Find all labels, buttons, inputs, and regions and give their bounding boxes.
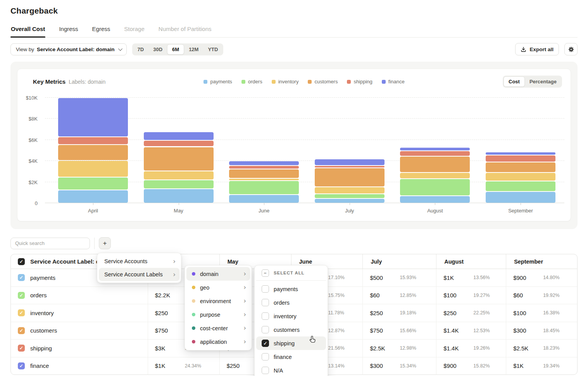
menu-item-purpose[interactable]: purpose› (186, 308, 250, 321)
bar-segment-orders[interactable] (229, 181, 299, 195)
tab-ingress[interactable]: Ingress (59, 23, 78, 37)
range-30d[interactable]: 30D (148, 44, 167, 55)
bar-segment-shipping[interactable] (400, 151, 470, 156)
menu-item-service-accounts[interactable]: Service Accounts› (99, 255, 179, 268)
menu-checkbox-customers[interactable] (262, 326, 269, 333)
row-checkbox-shipping[interactable]: ✓ (18, 345, 25, 352)
menu-item-orders[interactable]: orders (256, 296, 326, 309)
cell-percent: 19.18% (400, 310, 416, 316)
bar-segment-customers[interactable] (58, 145, 128, 160)
export-all-button[interactable]: Export all (515, 43, 559, 55)
cell-cost: $1K (513, 362, 541, 369)
select-all-menu-item[interactable]: –SELECT ALL (256, 267, 326, 279)
bar-segment-finance[interactable] (229, 161, 299, 165)
menu-checkbox-orders[interactable] (262, 299, 269, 306)
bar-segment-finance[interactable] (486, 152, 555, 155)
bar-segment-inventory[interactable] (58, 161, 128, 177)
menu-item-n-a[interactable]: N/A (256, 364, 326, 376)
tab-overall-cost[interactable]: Overall Cost (10, 23, 45, 37)
bar-segment-orders[interactable] (315, 194, 385, 198)
bar-segment-finance[interactable] (58, 98, 128, 136)
bar-segment-finance[interactable] (400, 148, 470, 151)
menu-item-customers[interactable]: customers (256, 323, 326, 336)
menu-item-application[interactable]: application› (186, 335, 250, 348)
chevron-right-icon: › (173, 271, 176, 278)
toggle-cost[interactable]: Cost (504, 76, 525, 87)
menu-checkbox-shipping[interactable]: ✓ (262, 340, 269, 347)
toggle-percentage[interactable]: Percentage (525, 76, 561, 87)
view-by-dropdown[interactable]: View by Service Account Label: domain (10, 43, 127, 55)
range-12m[interactable]: 12M (184, 44, 203, 55)
bar-segment-payments[interactable] (144, 189, 214, 203)
menu-item-label: Service Account Labels (104, 271, 168, 278)
menu-item-cost-center[interactable]: cost-center› (186, 321, 250, 335)
bar-segment-customers[interactable] (315, 168, 385, 186)
x-axis-tick (435, 203, 435, 205)
tab-egress[interactable]: Egress (92, 23, 111, 37)
range-7d[interactable]: 7D (133, 44, 149, 55)
search-input[interactable] (10, 238, 90, 249)
legend-label: shipping (353, 79, 372, 85)
menu-checkbox-inventory[interactable] (262, 312, 269, 320)
range-6m[interactable]: 6M (167, 44, 184, 55)
row-checkbox-customers[interactable]: ✓ (18, 327, 25, 334)
bar-segment-payments[interactable] (400, 196, 470, 203)
bar-segment-inventory[interactable] (315, 187, 385, 193)
menu-item-geo[interactable]: geo› (186, 281, 250, 294)
row-checkbox-payments[interactable]: ✓ (18, 274, 25, 281)
menu-item-payments[interactable]: payments (256, 282, 326, 296)
bar-segment-finance[interactable] (315, 159, 385, 166)
bar-segment-orders[interactable] (486, 181, 555, 191)
menu-item-finance[interactable]: finance (256, 350, 326, 364)
bar-segment-orders[interactable] (58, 178, 128, 190)
menu-checkbox-finance[interactable] (262, 353, 269, 360)
bar-segment-shipping[interactable] (486, 155, 555, 162)
tab-storage[interactable]: Storage (124, 23, 145, 37)
column-header-september[interactable]: September (506, 254, 577, 269)
bar-segment-customers[interactable] (486, 162, 555, 172)
row-checkbox-finance[interactable]: ✓ (18, 362, 25, 369)
bar-segment-payments[interactable] (229, 195, 299, 203)
bar-segment-shipping[interactable] (144, 141, 214, 146)
bar-segment-orders[interactable] (400, 179, 470, 195)
chevron-right-icon: › (243, 284, 246, 291)
bar-segment-inventory[interactable] (229, 179, 299, 180)
cell-percent: 16.38% (543, 310, 559, 316)
bar-segment-shipping[interactable] (58, 137, 128, 144)
column-header-august[interactable]: August (436, 254, 506, 269)
bar-segment-customers[interactable] (400, 157, 470, 172)
select-all-checkbox[interactable]: ✓ (18, 258, 25, 265)
bar-segment-shipping[interactable] (315, 166, 385, 167)
bar-segment-inventory[interactable] (400, 173, 470, 178)
bar-segment-finance[interactable] (144, 132, 214, 140)
bar-segment-payments[interactable] (315, 199, 385, 203)
tab-number-of-partitions[interactable]: Number of Partitions (158, 23, 212, 37)
cell-cost: $2.5K (513, 345, 541, 352)
column-header-july[interactable]: July (362, 254, 436, 269)
range-ytd[interactable]: YTD (203, 44, 222, 55)
x-axis-label: August (400, 208, 470, 214)
bar-segment-inventory[interactable] (486, 173, 555, 181)
row-label-cell: ✓customers (11, 322, 148, 340)
bar-segment-orders[interactable] (144, 180, 214, 188)
cell-inventory-july: $25019.18% (362, 304, 436, 322)
bar-segment-inventory[interactable] (144, 171, 214, 179)
cell-finance-august: $90015.82% (436, 357, 506, 375)
menu-item-service-account-labels[interactable]: Service Account Labels› (99, 268, 179, 281)
cell-shipping-september: $2.5K18.23% (506, 340, 577, 357)
bar-segment-shipping[interactable] (229, 166, 299, 168)
bar-segment-customers[interactable] (229, 169, 299, 178)
indeterminate-checkbox[interactable]: – (262, 269, 269, 277)
menu-checkbox-n-a[interactable] (262, 367, 269, 374)
bar-segment-payments[interactable] (58, 190, 128, 203)
menu-item-domain[interactable]: domain› (186, 267, 250, 281)
bar-segment-customers[interactable] (144, 147, 214, 171)
bar-segment-payments[interactable] (486, 192, 555, 203)
menu-checkbox-payments[interactable] (262, 285, 269, 293)
row-checkbox-orders[interactable]: ✓ (18, 292, 25, 299)
menu-item-environment[interactable]: environment› (186, 294, 250, 308)
settings-button[interactable] (564, 43, 578, 55)
add-column-button[interactable]: + (99, 237, 111, 249)
row-checkbox-inventory[interactable]: ✓ (18, 309, 25, 316)
menu-item-inventory[interactable]: inventory (256, 309, 326, 323)
